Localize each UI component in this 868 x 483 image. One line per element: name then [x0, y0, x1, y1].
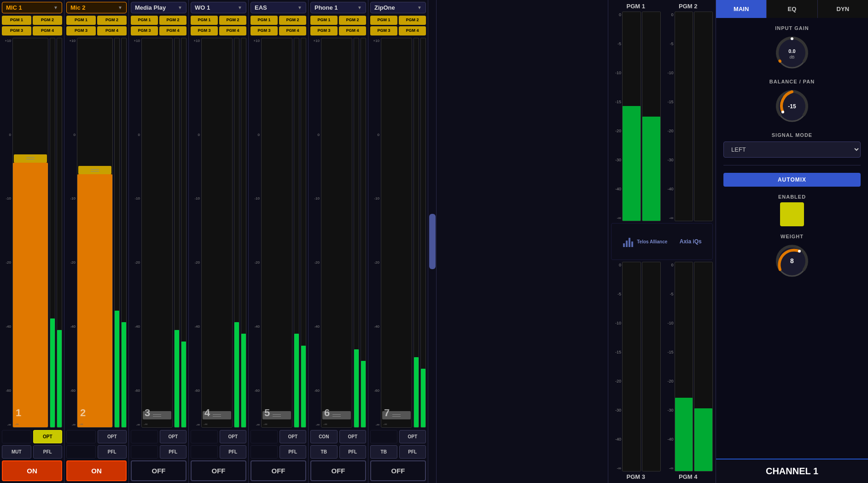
btn-right1-ch2[interactable]: OPT	[98, 430, 127, 443]
on-off-btn-ch3[interactable]: OFF	[131, 460, 186, 481]
tab-eq[interactable]: EQ	[767, 0, 817, 18]
pgm1-btn-ch1[interactable]: PGM 1	[2, 16, 31, 25]
pgm4-btn-ch4[interactable]: PGM 4	[219, 26, 246, 35]
pgm4-btn-ch7[interactable]: PGM 4	[399, 26, 426, 35]
pgm3-btn-ch7[interactable]: PGM 3	[370, 26, 397, 35]
on-off-btn-ch7[interactable]: OFF	[370, 460, 426, 481]
pgm4-btn-ch6[interactable]: PGM 4	[339, 26, 366, 35]
btn-left2-ch5	[250, 445, 278, 459]
btn-right1-ch5[interactable]: OPT	[280, 430, 307, 443]
pgm3-btn-ch5[interactable]: PGM 3	[250, 26, 278, 35]
pgm1-btn-ch4[interactable]: PGM 1	[191, 16, 218, 25]
btn-left2-ch1[interactable]: MUT	[2, 445, 31, 459]
pgm2-btn-ch4[interactable]: PGM 2	[219, 16, 246, 25]
channel-strip-ch3: Media Play ▼ PGM 1 PGM 2 PGM 3 PGM 4 +10…	[129, 0, 189, 483]
pgm1-btn-ch7[interactable]: PGM 1	[370, 16, 397, 25]
balance-pan-section: BALANCE / PAN -15	[723, 79, 861, 125]
pgm4-btn-ch5[interactable]: PGM 4	[279, 26, 306, 35]
pgm3-btn-ch1[interactable]: PGM 3	[2, 26, 31, 35]
pgm2-btn-ch6[interactable]: PGM 2	[339, 16, 366, 25]
svg-point-12	[798, 250, 801, 253]
btn-right2-ch5[interactable]: PFL	[280, 445, 307, 459]
svg-text:8: 8	[790, 257, 794, 265]
balance-pan-knob[interactable]: -15	[774, 88, 810, 125]
pgm1-btn-ch2[interactable]: PGM 1	[66, 16, 96, 25]
btn-left2-ch6[interactable]: TB	[310, 445, 338, 459]
btn-right1-ch6[interactable]: OPT	[339, 430, 367, 443]
right-panel-content: INPUT GAIN 0.0 dB	[716, 18, 868, 459]
balance-pan-label: BALANCE / PAN	[723, 79, 861, 84]
pgm2-btn-ch7[interactable]: PGM 2	[399, 16, 426, 25]
channel-strip-ch7: ZipOne ▼ PGM 1 PGM 2 PGM 3 PGM 4 +100-10…	[368, 0, 428, 483]
signal-mode-select[interactable]: LEFT RIGHT STEREO MONO	[723, 141, 861, 158]
btn-right2-ch3[interactable]: PFL	[160, 445, 187, 459]
btn-left1-ch6[interactable]: CON	[310, 430, 338, 443]
channel-header-ch4[interactable]: WO 1 ▼	[191, 2, 246, 13]
enabled-button[interactable]	[780, 202, 804, 226]
tab-dyn[interactable]: DYN	[818, 0, 868, 18]
btn-right2-ch4[interactable]: PFL	[220, 445, 247, 459]
on-off-btn-ch1[interactable]: ON	[2, 460, 62, 481]
pgm3-btn-ch2[interactable]: PGM 3	[66, 26, 96, 35]
logo-area: Telos Alliance Axia iQs	[611, 223, 713, 260]
channel-name-ch3: Media Play	[135, 4, 166, 11]
on-off-btn-ch4[interactable]: OFF	[191, 460, 246, 481]
on-off-btn-ch2[interactable]: ON	[66, 460, 127, 481]
pgm2-btn-ch2[interactable]: PGM 2	[97, 16, 127, 25]
channel-name-ch1: MIC 1	[6, 4, 22, 11]
enabled-label: ENABLED	[778, 194, 806, 200]
channel-name-ch7: ZipOne	[374, 4, 395, 11]
pgm3-btn-ch3[interactable]: PGM 3	[131, 26, 158, 35]
channel-strip-ch1: MIC 1 ▼ PGM 1 PGM 2 PGM 3 PGM 4 +100-10-…	[0, 0, 64, 483]
btn-left2-ch4	[191, 445, 218, 459]
pgm1-btn-ch5[interactable]: PGM 1	[250, 16, 278, 25]
channel-header-ch3[interactable]: Media Play ▼	[131, 2, 186, 13]
btn-left1-ch7	[370, 430, 397, 443]
pgm2-meter: PGM 2 0-5-10-15-20-30-40-∞	[664, 3, 713, 221]
svg-rect-2	[629, 238, 630, 247]
btn-right2-ch7[interactable]: PFL	[399, 445, 426, 459]
tab-main[interactable]: MAIN	[716, 0, 767, 18]
channel-header-ch6[interactable]: Phone 1 ▼	[310, 2, 366, 13]
btn-right2-ch6[interactable]: PFL	[339, 445, 367, 459]
pgm3-label: PGM 3	[611, 473, 661, 480]
on-off-btn-ch5[interactable]: OFF	[250, 460, 306, 481]
btn-right1-ch4[interactable]: OPT	[220, 430, 247, 443]
channel-header-ch2[interactable]: Mic 2 ▼	[66, 2, 127, 13]
btn-right1-ch7[interactable]: OPT	[399, 430, 426, 443]
pgm2-btn-ch5[interactable]: PGM 2	[279, 16, 306, 25]
automix-bar: AUTOMIX	[723, 173, 861, 187]
channel-title-bar: CHANNEL 1	[716, 459, 868, 483]
channel-header-ch1[interactable]: MIC 1 ▼	[2, 2, 62, 13]
on-off-btn-ch6[interactable]: OFF	[310, 460, 366, 481]
btn-right1-ch3[interactable]: OPT	[160, 430, 187, 443]
btn-right1-ch1[interactable]: OPT	[33, 430, 63, 443]
pgm1-label: PGM 1	[611, 3, 661, 10]
channel-header-ch7[interactable]: ZipOne ▼	[370, 2, 426, 13]
channel-header-ch5[interactable]: EAS ▼	[250, 2, 306, 13]
svg-text:-15: -15	[788, 103, 796, 110]
channel-strip-ch6: Phone 1 ▼ PGM 1 PGM 2 PGM 3 PGM 4 +100-1…	[309, 0, 368, 483]
pgm2-btn-ch3[interactable]: PGM 2	[159, 16, 186, 25]
channel-strip-ch2: Mic 2 ▼ PGM 1 PGM 2 PGM 3 PGM 4 +100-10-…	[64, 0, 129, 483]
btn-right2-ch1[interactable]: PFL	[33, 445, 63, 459]
input-gain-label: INPUT GAIN	[723, 25, 861, 31]
pgm3-btn-ch4[interactable]: PGM 3	[191, 26, 218, 35]
pgm4-btn-ch1[interactable]: PGM 4	[33, 26, 62, 35]
pgm1-btn-ch3[interactable]: PGM 1	[131, 16, 158, 25]
pgm1-btn-ch6[interactable]: PGM 1	[310, 16, 338, 25]
weight-section: WEIGHT 8	[723, 234, 861, 280]
channel-name-ch4: WO 1	[195, 4, 210, 11]
pgm4-btn-ch2[interactable]: PGM 4	[97, 26, 127, 35]
weight-knob[interactable]: 8	[774, 243, 810, 280]
input-gain-knob[interactable]: 0.0 dB	[774, 35, 810, 71]
pgm4-btn-ch3[interactable]: PGM 4	[159, 26, 186, 35]
pgm3-btn-ch6[interactable]: PGM 3	[310, 26, 338, 35]
signal-mode-section: SIGNAL MODE LEFT RIGHT STEREO MONO	[723, 132, 861, 158]
channel-title-text: CHANNEL 1	[766, 466, 818, 476]
btn-left2-ch7[interactable]: TB	[370, 445, 397, 459]
svg-rect-1	[626, 241, 628, 247]
btn-right2-ch2[interactable]: PFL	[98, 445, 127, 459]
pgm2-btn-ch1[interactable]: PGM 2	[33, 16, 62, 25]
signal-mode-label: SIGNAL MODE	[723, 132, 861, 138]
